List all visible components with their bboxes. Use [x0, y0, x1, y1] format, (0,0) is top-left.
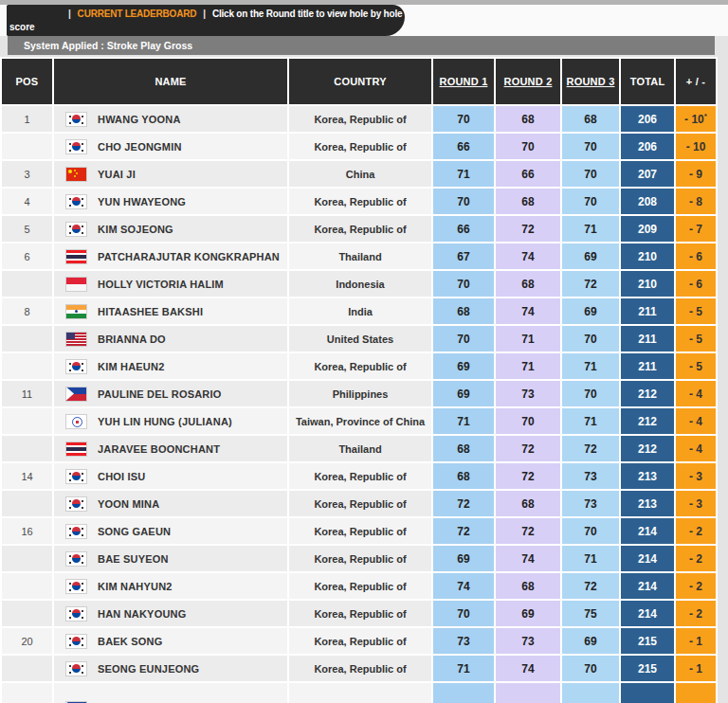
country-flag-icon [66, 333, 86, 346]
column-header-total: TOTAL [620, 58, 675, 105]
pos-cell: 1 [1, 105, 53, 133]
pos-cell [1, 325, 53, 352]
country-flag-icon [66, 497, 86, 511]
round3-cell: 70 [561, 517, 620, 545]
country-cell: Taiwan, Province of China [288, 407, 432, 435]
pipe-separator: | [68, 9, 71, 19]
pos-cell: 3 [1, 160, 53, 188]
column-header-name: NAME [53, 58, 288, 105]
plus-minus-cell: - 3 [675, 462, 717, 490]
round3-cell: 72 [561, 270, 620, 297]
country-cell: Korea, Republic of [288, 215, 432, 243]
leaderboard-table-wrap: POSNAMECOUNTRYROUND 1ROUND 2ROUND 3TOTAL… [0, 57, 728, 703]
plus-minus-cell: - 10* [675, 105, 717, 133]
country-flag-icon [66, 305, 86, 318]
country-cell: Philippines [288, 380, 432, 407]
name-cell: PAULINE DEL ROSARIO [53, 380, 288, 407]
player-name: KIM SOJEONG [98, 224, 173, 235]
plus-minus-cell: - 4 [675, 407, 717, 435]
total-cell: 206 [620, 133, 675, 160]
tab-line1: |CURRENT LEADERBOARD|Click on the Round … [7, 8, 405, 21]
pos-cell: 16 [1, 517, 53, 545]
pos-cell: 14 [1, 462, 53, 490]
round3-cell [561, 682, 620, 703]
total-cell [620, 682, 675, 703]
round3-cell: 75 [561, 600, 620, 627]
player-name: KIM HAEUN2 [98, 361, 164, 372]
country-cell: Korea, Republic of [288, 655, 432, 682]
player-name: HWANG YOONA [98, 114, 181, 125]
country-cell: Korea, Republic of [288, 572, 432, 600]
round1-cell: 70 [432, 270, 495, 297]
country-cell: Korea, Republic of [288, 462, 432, 490]
plus-minus-cell: - 7 [675, 215, 717, 243]
name-cell: SEONG EUNJEONG [53, 655, 288, 682]
table-row: JARAVEE BOONCHANT Thailand 68 72 72 212 … [1, 435, 717, 462]
column-header-pm: + / - [675, 58, 717, 105]
player-name: CHOI ISU [98, 471, 146, 482]
player-name: HITAASHEE BAKSHI [98, 306, 203, 317]
leaderboard-header-row: POSNAMECOUNTRYROUND 1ROUND 2ROUND 3TOTAL… [1, 58, 717, 105]
country-flag-icon [66, 552, 86, 566]
round3-cell: 69 [561, 297, 620, 325]
round1-cell: 68 [432, 435, 495, 462]
pos-cell [1, 545, 53, 572]
round2-cell: 70 [495, 407, 561, 435]
player-name: JARAVEE BOONCHANT [98, 443, 220, 455]
column-header-r1[interactable]: ROUND 1 [432, 58, 495, 105]
name-cell: JARAVEE BOONCHANT [53, 435, 288, 462]
pos-cell: 20 [1, 627, 53, 655]
country-flag-icon [66, 113, 86, 126]
plus-minus-cell: - 5 [675, 325, 717, 352]
country-cell: United States [288, 325, 432, 352]
table-row: YUH LIN HUNG (JULIANA) Taiwan, Province … [1, 407, 717, 435]
round1-cell: 70 [432, 105, 495, 133]
country-flag-icon [66, 140, 86, 153]
table-row [1, 682, 717, 703]
country-cell: Korea, Republic of [288, 105, 432, 133]
player-name: YUAI JI [98, 169, 136, 180]
round2-cell: 74 [495, 655, 561, 682]
round1-cell: 73 [432, 627, 495, 655]
round-title-instruction-line2: score [7, 21, 405, 33]
column-header-r3[interactable]: ROUND 3 [561, 58, 620, 105]
column-header-r2[interactable]: ROUND 2 [495, 58, 561, 105]
total-cell: 215 [620, 627, 675, 655]
round3-cell: 70 [561, 325, 620, 352]
name-cell: YUAI JI [53, 160, 288, 188]
table-row: 4 YUN HWAYEONG Korea, Republic of 70 68 … [1, 188, 717, 215]
round3-cell: 69 [561, 627, 620, 655]
total-cell: 214 [620, 517, 675, 545]
round2-cell: 71 [495, 325, 561, 352]
pos-cell [1, 572, 53, 600]
player-name: SONG GAEUN [98, 526, 171, 537]
plus-minus-cell: - 1 [675, 655, 717, 682]
player-name: YUH LIN HUNG (JULIANA) [98, 416, 232, 427]
leaderboard-table: POSNAMECOUNTRYROUND 1ROUND 2ROUND 3TOTAL… [0, 57, 718, 703]
table-row: 8 HITAASHEE BAKSHI India 68 74 69 211 - … [1, 297, 717, 325]
round1-cell: 66 [432, 215, 495, 243]
country-cell: Korea, Republic of [288, 517, 432, 545]
player-name: SEONG EUNJEONG [98, 663, 199, 675]
pos-cell: 11 [1, 380, 53, 407]
country-cell: Korea, Republic of [288, 545, 432, 572]
round-title-instruction: Click on the Round title to view hole by… [212, 9, 402, 19]
country-flag-icon [66, 442, 86, 456]
round1-cell: 68 [432, 462, 495, 490]
country-cell [288, 682, 432, 703]
round3-cell: 70 [561, 655, 620, 682]
plus-minus-cell: - 1 [675, 627, 717, 655]
plus-minus-cell: - 2 [675, 572, 717, 600]
total-cell: 214 [620, 572, 675, 600]
round1-cell: 67 [432, 243, 495, 270]
table-row: 1 HWANG YOONA Korea, Republic of 70 68 6… [1, 105, 717, 133]
pos-cell: 4 [1, 188, 53, 215]
name-cell: HAN NAKYOUNG [53, 600, 288, 627]
plus-minus-cell: - 2 [675, 517, 717, 545]
total-cell: 214 [620, 545, 675, 572]
country-flag-icon [66, 250, 86, 263]
round3-cell: 69 [561, 243, 620, 270]
round2-cell: 68 [495, 572, 561, 600]
round2-cell: 74 [495, 545, 561, 572]
table-row: 6 PATCHARAJUTAR KONGKRAPHAN Thailand 67 … [1, 243, 717, 270]
